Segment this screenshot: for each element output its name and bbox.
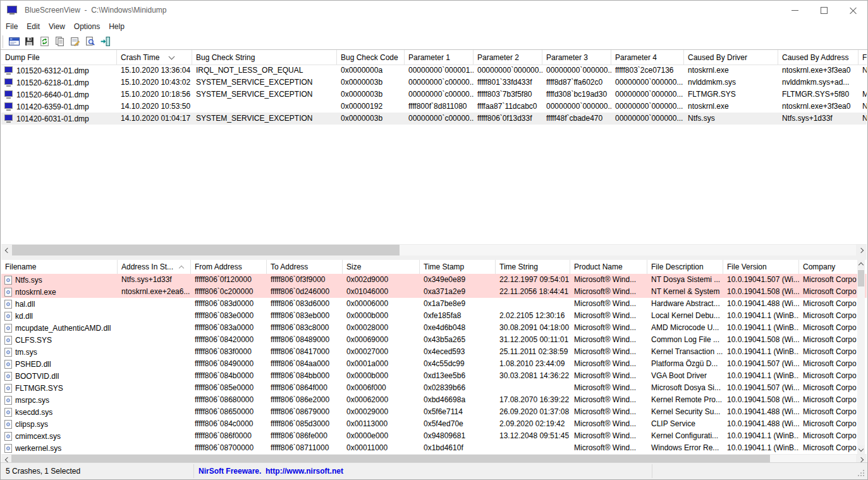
- filename-label: hal.dll: [15, 300, 35, 309]
- cell-size: 0x002d9000: [343, 274, 420, 286]
- column-header-file-version[interactable]: File Version: [723, 260, 799, 274]
- scroll-down-button[interactable]: [857, 445, 865, 454]
- cell-bug-check-string: SYSTEM_SERVICE_EXCEPTION: [192, 113, 337, 125]
- column-header-file-description[interactable]: File Description: [647, 260, 723, 274]
- column-header-bug-check-code[interactable]: Bug Check Code: [337, 50, 405, 65]
- driver-row[interactable]: CLFS.SYSfffff806`08420000fffff806`084890…: [1, 334, 867, 346]
- driver-row[interactable]: cmimcext.sysfffff806`086f0000fffff806`08…: [1, 430, 867, 442]
- toolbar-refresh-button[interactable]: [37, 35, 52, 49]
- column-header-file-description[interactable]: File Description: [859, 50, 867, 65]
- driver-row[interactable]: BOOTVID.dllfffff806`084b0000fffff806`084…: [1, 370, 867, 382]
- pane-splitter[interactable]: [1, 255, 867, 260]
- toolbar-window-button[interactable]: [6, 35, 21, 49]
- maximize-button[interactable]: [809, 1, 838, 20]
- scroll-left-button[interactable]: [1, 245, 12, 255]
- cell-file-version: 10.0.19041.488 (Wi...: [723, 298, 799, 310]
- cell-file-description: NT Dosya Sistemi ...: [647, 274, 723, 286]
- driver-row[interactable]: hal.dllfffff806`083d0000fffff806`083d600…: [1, 298, 867, 310]
- menu-edit[interactable]: Edit: [22, 21, 44, 32]
- scrollbar-thumb[interactable]: [12, 245, 400, 255]
- cell-to-address: fffff806`084bb000: [267, 370, 343, 382]
- cell-file-description: NT Kernel & System: [647, 286, 723, 298]
- menu-help[interactable]: Help: [104, 21, 129, 32]
- scroll-up-button[interactable]: [857, 260, 865, 269]
- cell-parameter-3: ffffd308`bc19ad30: [542, 89, 611, 101]
- cell-time-string: 25.11.2011 02:38:59: [496, 346, 570, 358]
- resize-grip-icon[interactable]: [857, 469, 864, 476]
- cell-caused-by-driver: ntoskrnl.exe: [684, 65, 778, 77]
- menu-file[interactable]: File: [1, 21, 22, 32]
- driver-row[interactable]: tm.sysfffff806`083f0000fffff806`08417000…: [1, 346, 867, 358]
- dump-file-row[interactable]: 101520-6640-01.dmp15.10.2020 10:18:56SYS…: [1, 89, 867, 101]
- close-button[interactable]: [838, 1, 867, 20]
- column-header-dump-file[interactable]: Dump File: [1, 50, 117, 65]
- scroll-right-button[interactable]: [856, 245, 867, 255]
- driver-row[interactable]: clipsp.sysfffff806`084c0000fffff806`085d…: [1, 418, 867, 430]
- column-header-product-name[interactable]: Product Name: [570, 260, 647, 274]
- driver-row-highlighted[interactable]: Ntfs.sysNtfs.sys+1d33ffffff806`0f120000f…: [1, 274, 867, 286]
- column-header-parameter-3[interactable]: Parameter 3: [542, 50, 611, 65]
- driver-row[interactable]: werkernel.sysfffff806`08700000fffff806`0…: [1, 442, 867, 454]
- column-header-address-in-st[interactable]: Address In St...: [118, 260, 191, 274]
- vertical-scrollbar[interactable]: [857, 260, 865, 454]
- filename-label: PSHED.dll: [15, 360, 51, 369]
- menu-options[interactable]: Options: [70, 21, 104, 32]
- toolbar-exit-button[interactable]: [97, 35, 113, 49]
- cell-bug-check-code: 0x0000003b: [337, 77, 405, 89]
- cell-product-name: Microsoft® Wind...: [570, 334, 647, 346]
- column-header-parameter-2[interactable]: Parameter 2: [474, 50, 542, 65]
- dump-file-row[interactable]: 101520-6312-01.dmp15.10.2020 13:36:04IRQ…: [1, 65, 867, 77]
- toolbar-properties-button[interactable]: [67, 35, 82, 49]
- column-header-time-string[interactable]: Time String: [496, 260, 570, 274]
- minimize-button[interactable]: [780, 1, 809, 20]
- driver-row[interactable]: PSHED.dllfffff806`08490000fffff806`084aa…: [1, 358, 867, 370]
- cell-caused-by-address: Ntfs.sys+1d33f: [778, 113, 859, 125]
- cell-from-address: fffff806`083d0000: [191, 298, 267, 310]
- driver-row-highlighted[interactable]: ntoskrnl.exentoskrnl.exe+2ea6...fffff806…: [1, 286, 867, 298]
- column-header-caused-by-driver[interactable]: Caused By Driver: [684, 50, 778, 65]
- menu-view[interactable]: View: [44, 21, 70, 32]
- scrollbar-thumb[interactable]: [858, 270, 864, 286]
- cell-filename: FLTMGR.SYS: [1, 382, 118, 394]
- column-label: Bug Check String: [196, 53, 255, 62]
- cell-file-description: Common Log File ...: [647, 334, 723, 346]
- dump-file-row[interactable]: 101520-6218-01.dmp15.10.2020 10:43:02SYS…: [1, 77, 867, 89]
- toolbar-find-button[interactable]: [82, 35, 97, 49]
- column-header-filename[interactable]: Filename: [1, 260, 118, 274]
- cell-parameter-2: ffffaa87`11dcabc0: [474, 101, 542, 113]
- driver-row[interactable]: msrpc.sysfffff806`08680000fffff806`086e2…: [1, 394, 867, 406]
- toolbar-buttons: [6, 35, 113, 49]
- cell-to-address: fffff806`083eb000: [267, 310, 343, 322]
- properties-icon: [70, 36, 80, 47]
- dump-file-row-selected[interactable]: 101420-6031-01.dmp14.10.2020 01:04:17SYS…: [1, 113, 867, 125]
- cell-parameter-4: 00000000`000000...: [611, 77, 684, 89]
- cell-to-address: fffff806`086e2000: [267, 394, 343, 406]
- column-header-from-address[interactable]: From Address: [191, 260, 267, 274]
- column-header-to-address[interactable]: To Address: [267, 260, 343, 274]
- toolbar-save-button[interactable]: [21, 35, 37, 49]
- cell-bug-check-string: SYSTEM_SERVICE_EXCEPTION: [192, 77, 337, 89]
- column-header-parameter-1[interactable]: Parameter 1: [405, 50, 474, 65]
- driver-row[interactable]: FLTMGR.SYSfffff806`085e0000fffff806`0864…: [1, 382, 867, 394]
- toolbar-copy-button[interactable]: [52, 35, 67, 49]
- dump-file-row[interactable]: 101420-6359-01.dmp14.10.2020 10:53:500x0…: [1, 101, 867, 113]
- driver-row[interactable]: kd.dllfffff806`083e0000fffff806`083eb000…: [1, 310, 867, 322]
- column-header-time-stamp[interactable]: Time Stamp: [420, 260, 496, 274]
- cell-to-address: fffff806`086fe000: [267, 430, 343, 442]
- top-horizontal-scrollbar[interactable]: [1, 244, 867, 255]
- chevron-right-icon: [858, 247, 863, 252]
- column-header-company[interactable]: Company: [799, 260, 867, 274]
- column-header-bug-check-string[interactable]: Bug Check String: [192, 50, 337, 65]
- column-header-caused-by-address[interactable]: Caused By Address: [778, 50, 859, 65]
- column-header-size[interactable]: Size: [343, 260, 420, 274]
- driver-row[interactable]: ksecdd.sysfffff806`08650000fffff806`0867…: [1, 406, 867, 418]
- dump-file-icon: [4, 90, 13, 99]
- cell-parameter-3: fffff48f`cbade470: [542, 113, 611, 125]
- driver-row[interactable]: mcupdate_AuthenticAMD.dllfffff806`083a00…: [1, 322, 867, 334]
- nirsoft-link[interactable]: NirSoft Freeware. http://www.nirsoft.net: [199, 463, 343, 479]
- cell-bug-check-string: IRQL_NOT_LESS_OR_EQUAL: [192, 65, 337, 77]
- column-header-parameter-4[interactable]: Parameter 4: [611, 50, 684, 65]
- cell-size: 0x00029000: [343, 406, 420, 418]
- cell-file-version: 10.0.19041.1 (WinB...: [723, 310, 799, 322]
- column-header-crash-time[interactable]: Crash Time: [117, 50, 192, 65]
